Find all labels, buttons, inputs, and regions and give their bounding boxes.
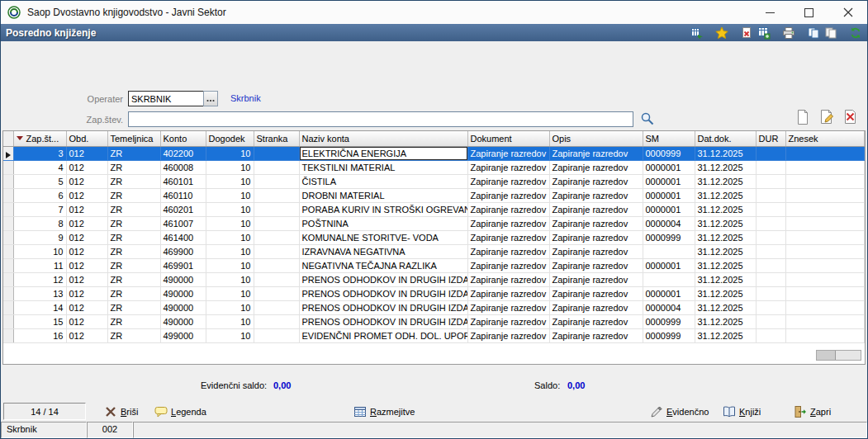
cell[interactable]: Zapiranje razredov <box>549 245 643 259</box>
cell[interactable]: Zapiranje razredov <box>549 259 643 273</box>
cell[interactable] <box>756 301 785 315</box>
cell[interactable] <box>785 175 865 189</box>
cell[interactable] <box>756 287 785 301</box>
column-header[interactable]: Temeljnica <box>107 131 160 147</box>
cell[interactable] <box>785 315 865 329</box>
cell[interactable]: Zapiranje razredov <box>467 203 549 217</box>
table-row[interactable]: 9012ZR46140010KOMUNALNE STORITVE- VODAZa… <box>3 231 865 245</box>
paste-icon[interactable] <box>824 26 837 40</box>
cell[interactable]: 31.12.2025 <box>695 231 756 245</box>
cell[interactable]: 10 <box>206 175 254 189</box>
cell[interactable]: 10 <box>206 315 254 329</box>
cell[interactable]: PORABA KURIV IN STROŠKI OGREVANJA <box>299 203 467 217</box>
cell[interactable]: NEGATIVNA TEČAJNA RAZLIKA <box>299 259 467 273</box>
cell[interactable]: Zapiranje razredov <box>549 189 643 203</box>
column-header[interactable]: Znesek <box>785 131 865 147</box>
cell[interactable] <box>254 175 299 189</box>
cell[interactable]: ZR <box>107 329 160 343</box>
cell[interactable]: ZR <box>107 315 160 329</box>
cell[interactable]: 0000001 <box>643 189 695 203</box>
column-header[interactable]: Obd. <box>66 131 107 147</box>
cell[interactable]: EVIDENČNI PROMET ODH. DOL. UPORAB. <box>299 329 467 343</box>
cell[interactable]: 31.12.2025 <box>695 301 756 315</box>
cell[interactable]: 14 <box>13 301 66 315</box>
cell[interactable]: 10 <box>206 259 254 273</box>
cell[interactable]: 460101 <box>160 175 206 189</box>
storno-record-icon[interactable] <box>842 109 859 125</box>
cell[interactable] <box>756 147 785 161</box>
cell[interactable]: ZR <box>107 287 160 301</box>
delete-page-icon[interactable] <box>740 26 753 40</box>
cell[interactable]: 31.12.2025 <box>695 315 756 329</box>
cell[interactable]: Zapiranje razredov <box>467 147 549 161</box>
cell[interactable]: Zapiranje razredov <box>467 273 549 287</box>
cell[interactable]: ČISTILA <box>299 175 467 189</box>
cell[interactable]: IZRAVNAVA NEGATIVNA <box>299 245 467 259</box>
cell[interactable] <box>785 273 865 287</box>
cell[interactable]: 15 <box>13 315 66 329</box>
operator-input[interactable] <box>128 91 204 106</box>
refresh-icon[interactable] <box>849 26 862 40</box>
cell[interactable]: Zapiranje razredov <box>467 175 549 189</box>
cell[interactable]: 31.12.2025 <box>695 273 756 287</box>
cell[interactable]: 0000999 <box>643 329 695 343</box>
cell[interactable] <box>254 259 299 273</box>
cell[interactable] <box>643 273 695 287</box>
cell[interactable]: Zapiranje razredov <box>549 147 643 161</box>
cell[interactable]: 10 <box>206 203 254 217</box>
cell[interactable] <box>756 315 785 329</box>
export-table-icon[interactable] <box>690 26 704 40</box>
cell[interactable]: Zapiranje razredov <box>549 301 643 315</box>
cell[interactable]: 16 <box>13 329 66 343</box>
cell[interactable]: 012 <box>66 301 107 315</box>
cell[interactable]: ZR <box>107 147 160 161</box>
cell[interactable]: ZR <box>107 217 160 231</box>
zapstev-input[interactable] <box>128 111 633 127</box>
cell[interactable]: 460008 <box>160 161 206 175</box>
cell[interactable] <box>254 203 299 217</box>
cell[interactable]: 012 <box>66 217 107 231</box>
cell[interactable] <box>254 231 299 245</box>
cell[interactable]: 461400 <box>160 231 206 245</box>
cell[interactable] <box>756 259 785 273</box>
cell[interactable]: 31.12.2025 <box>695 287 756 301</box>
scrollbar-thumb[interactable] <box>817 351 836 360</box>
cell[interactable]: 0000004 <box>643 217 695 231</box>
cell[interactable]: 0000001 <box>643 203 695 217</box>
cell[interactable]: 10 <box>206 217 254 231</box>
cell[interactable]: Zapiranje razredov <box>549 329 643 343</box>
grid-hscrollbar[interactable] <box>816 350 861 361</box>
cell[interactable]: 9 <box>13 231 66 245</box>
table-row[interactable]: 14012ZR49000010PRENOS ODHODKOV IN DRUGIH… <box>3 301 865 315</box>
cell[interactable] <box>785 329 865 343</box>
column-header[interactable]: Opis <box>549 131 643 147</box>
cell[interactable]: 10 <box>206 287 254 301</box>
table-row[interactable]: 3012ZR40220010ELEKTRIČNA ENERGIJAZapiran… <box>3 147 865 161</box>
cell[interactable]: 012 <box>66 315 107 329</box>
cell[interactable]: 10 <box>206 245 254 259</box>
cell[interactable]: 0000999 <box>643 315 695 329</box>
cell[interactable] <box>785 147 865 161</box>
cell[interactable]: ZR <box>107 301 160 315</box>
column-header[interactable]: Zap.št... <box>13 131 66 147</box>
cell[interactable]: PRENOS ODHODKOV IN DRUGIH IZDATKO <box>299 301 467 315</box>
zapri-button[interactable]: Zapri <box>794 404 831 420</box>
cell[interactable]: 6 <box>13 189 66 203</box>
cell[interactable]: Zapiranje razredov <box>467 231 549 245</box>
cell[interactable]: 469901 <box>160 259 206 273</box>
cell[interactable]: 10 <box>206 161 254 175</box>
cell[interactable]: Zapiranje razredov <box>467 259 549 273</box>
table-row[interactable]: 11012ZR46990110NEGATIVNA TEČAJNA RAZLIKA… <box>3 259 865 273</box>
cell[interactable]: Zapiranje razredov <box>467 315 549 329</box>
cell[interactable]: 012 <box>66 175 107 189</box>
table-row[interactable]: 10012ZR46990010IZRAVNAVA NEGATIVNAZapira… <box>3 245 865 259</box>
cell[interactable]: Zapiranje razredov <box>549 231 643 245</box>
razmejitve-button[interactable]: Razmejitve <box>353 404 415 420</box>
cell[interactable] <box>254 273 299 287</box>
column-header[interactable]: Naziv konta <box>299 131 467 147</box>
cell[interactable]: PRENOS ODHODKOV IN DRUGIH IZDATKO <box>299 315 467 329</box>
cell[interactable]: ZR <box>107 259 160 273</box>
cell[interactable]: KOMUNALNE STORITVE- VODA <box>299 231 467 245</box>
cell[interactable]: Zapiranje razredov <box>467 329 549 343</box>
table-row[interactable]: 4012ZR46000810TEKSTILNI MATERIALZapiranj… <box>3 161 865 175</box>
